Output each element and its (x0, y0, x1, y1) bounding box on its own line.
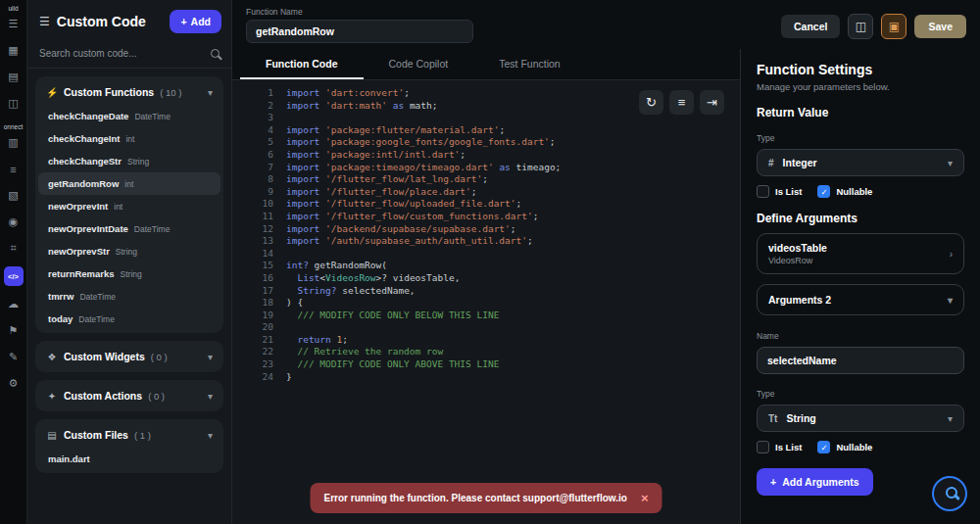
nav-cloud-functions-icon[interactable]: ☁ (4, 296, 24, 312)
nav-settings-icon[interactable]: ⚙ (4, 375, 24, 392)
code-line[interactable]: ) { (286, 297, 740, 310)
code-line[interactable]: import 'package:flutter/material.dart'; (286, 124, 740, 137)
cancel-button[interactable]: Cancel (781, 15, 840, 38)
code-line[interactable]: import '/flutter_flow/lat_lng.dart'; (286, 173, 740, 186)
code-line[interactable]: import '/backend/supabase/supabase.dart'… (286, 223, 740, 236)
code-line[interactable]: } (286, 371, 740, 384)
refresh-code-button[interactable]: ↻ (639, 90, 663, 115)
code-content[interactable]: import 'dart:convert';import 'dart:math'… (286, 87, 740, 524)
split-view-button[interactable]: ◫ (848, 14, 873, 39)
custom-widgets-header[interactable]: ❖ Custom Widgets ( 0 ) ▾ (38, 344, 220, 369)
list-item[interactable]: main.dart (38, 448, 220, 470)
code-line[interactable]: import '/auth/supabase_auth/auth_util.da… (286, 235, 740, 248)
function-type: DateTime (78, 314, 115, 324)
argument-info: videosTable VideosRow (768, 242, 827, 265)
code-line[interactable]: return 1; (286, 334, 740, 347)
code-editor[interactable]: 123456789101112131415161718192021222324 … (232, 80, 740, 524)
nullable-checkbox[interactable]: ✓ Nullable (817, 441, 872, 453)
list-item-selected[interactable]: getRandomRow int (38, 172, 220, 195)
line-number: 2 (232, 100, 273, 113)
tab-function-code[interactable]: Function Code (240, 49, 364, 79)
tab-code-copilot[interactable]: Code Copilot (364, 49, 474, 79)
nav-custom-code-icon[interactable]: </> (4, 266, 24, 286)
is-list-checkbox[interactable]: Is List (757, 185, 802, 198)
nav-notes-icon[interactable]: ✎ (4, 349, 24, 365)
code-line[interactable]: int? getRandomRow( (286, 260, 740, 272)
list-item[interactable]: checkChangeStr String (38, 150, 220, 172)
custom-functions-header[interactable]: ⚡ Custom Functions ( 10 ) ▾ (38, 79, 220, 105)
section-count: ( 0 ) (151, 352, 168, 362)
code-line[interactable]: import '/flutter_flow/place.dart'; (286, 186, 740, 199)
list-item[interactable]: checkChangeInt int (38, 127, 220, 150)
nav-app-values-icon[interactable]: ▧ (4, 187, 24, 204)
add-button[interactable]: + Add (170, 10, 221, 33)
return-type-value: Integer (783, 157, 817, 168)
close-icon[interactable]: × (641, 492, 649, 504)
list-item[interactable]: checkChangeDate DateTime (38, 105, 220, 127)
nav-storyboard-icon[interactable]: ▤ (4, 69, 24, 85)
nav-pages-icon[interactable]: ▦ (4, 42, 24, 59)
nav-integrations-icon[interactable]: ≡ (4, 161, 24, 177)
argument-videostable-card[interactable]: videosTable VideosRow › (757, 233, 964, 274)
code-line[interactable]: // Retrieve the random row (286, 346, 740, 358)
argument-name-input[interactable] (757, 347, 964, 374)
indent-code-button[interactable]: ⇥ (700, 90, 724, 115)
chevron-down-icon: ▾ (948, 158, 953, 168)
code-line[interactable]: List<VideosRow>? videosTable, (286, 272, 740, 285)
open-code-preview-button[interactable]: ▣ (881, 14, 906, 39)
custom-files-header[interactable]: ▤ Custom Files ( 1 ) ▾ (38, 422, 220, 448)
checkbox-checked-icon: ✓ (817, 185, 830, 198)
sidebar-content[interactable]: ⚡ Custom Functions ( 10 ) ▾ checkChangeD… (27, 69, 231, 524)
checkbox-unchecked-icon (757, 185, 769, 198)
save-button[interactable]: Save (914, 15, 966, 38)
menu-icon[interactable]: ☰ (39, 15, 50, 28)
search-fab[interactable] (932, 476, 967, 511)
code-line[interactable]: import 'package:intl/intl.dart'; (286, 149, 740, 162)
nav-theme-icon[interactable]: ⌗ (4, 240, 24, 257)
nav-media-icon[interactable]: ◉ (4, 214, 24, 230)
code-line[interactable]: import '/flutter_flow/custom_functions.d… (286, 211, 740, 223)
code-line[interactable]: import 'package:timeago/timeago.dart' as… (286, 162, 740, 174)
list-item[interactable]: returnRemarks String (38, 262, 220, 285)
line-number-gutter: 123456789101112131415161718192021222324 (232, 87, 286, 524)
line-number: 19 (232, 310, 273, 322)
line-number: 20 (232, 321, 273, 334)
is-list-checkbox[interactable]: Is List (757, 441, 802, 453)
list-item[interactable]: newOrprevInt int (38, 195, 220, 217)
list-item[interactable]: newOrprevIntDate DateTime (38, 217, 220, 240)
custom-actions-header[interactable]: ✦ Custom Actions ( 0 ) ▾ (38, 383, 220, 408)
tab-test-function[interactable]: Test Function (473, 49, 585, 79)
code-line[interactable]: import 'package:google_fonts/google_font… (286, 136, 740, 149)
add-arguments-button[interactable]: + Add Arguments (757, 468, 873, 496)
code-line[interactable] (286, 248, 740, 261)
actions-icon: ✦ (46, 391, 58, 402)
argument-type-dropdown[interactable]: Tt String ▾ (757, 405, 964, 432)
line-number: 24 (232, 371, 273, 384)
arguments-2-expander[interactable]: Arguments 2 ▾ (757, 284, 964, 315)
line-number: 17 (232, 285, 273, 298)
nav-tests-icon[interactable]: ⚑ (4, 322, 24, 339)
chevron-down-icon: ▾ (208, 87, 213, 98)
format-code-button[interactable]: ≡ (669, 90, 694, 115)
function-name-input[interactable] (246, 20, 473, 43)
code-line[interactable]: /// MODIFY CODE ONLY BELOW THIS LINE (286, 310, 740, 322)
define-arguments-heading: Define Arguments (757, 212, 964, 225)
integer-type-icon: # (768, 158, 774, 168)
nav-database-icon[interactable]: ◫ (4, 95, 24, 112)
list-item[interactable]: tmrrw DateTime (38, 285, 220, 308)
code-line[interactable] (286, 321, 740, 334)
return-type-dropdown[interactable]: # Integer ▾ (757, 149, 964, 176)
code-line[interactable]: /// MODIFY CODE ONLY ABOVE THIS LINE (286, 358, 740, 371)
search-input[interactable] (39, 48, 211, 59)
code-line[interactable]: import '/flutter_flow/uploaded_file.dart… (286, 198, 740, 211)
list-item[interactable]: today DateTime (38, 308, 220, 330)
code-line[interactable]: String? selectedName, (286, 285, 740, 298)
panel-subtitle: Manage your parameters below. (757, 81, 964, 92)
nullable-checkbox[interactable]: ✓ Nullable (817, 185, 872, 198)
custom-functions-section: ⚡ Custom Functions ( 10 ) ▾ checkChangeD… (35, 76, 223, 333)
list-item[interactable]: newOrprevStr String (38, 240, 220, 262)
nullable-label: Nullable (836, 186, 872, 197)
checkbox-unchecked-icon (757, 441, 769, 453)
nav-widget-tree-icon[interactable]: ☰ (4, 16, 24, 32)
nav-api-icon[interactable]: ▥ (4, 134, 24, 151)
